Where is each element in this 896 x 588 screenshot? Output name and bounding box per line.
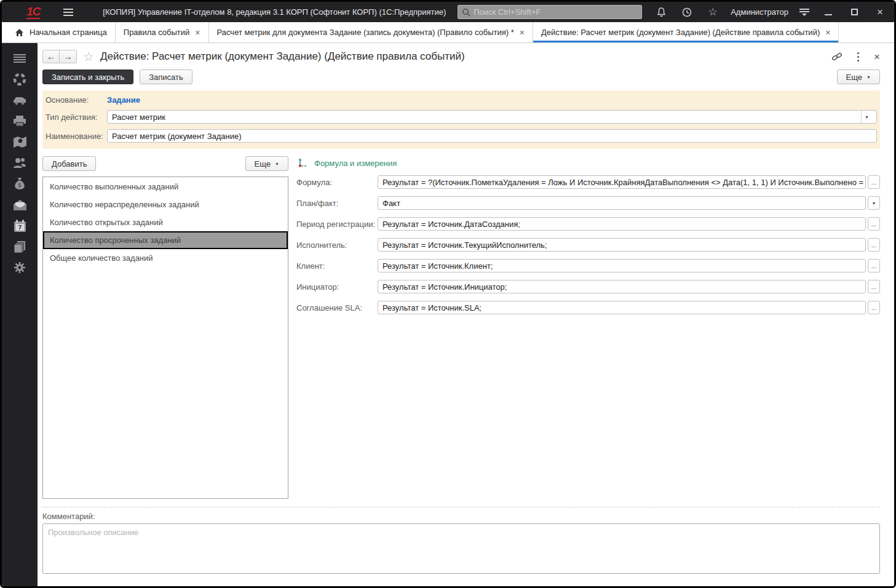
ellipsis-button[interactable]: ... bbox=[868, 238, 880, 252]
main-menu-icon[interactable] bbox=[63, 9, 73, 16]
chevron-down-icon: ▼ bbox=[866, 75, 871, 79]
formula-row-label: Формула: bbox=[296, 178, 378, 187]
save-and-close-button[interactable]: Записать и закрыть bbox=[42, 70, 133, 84]
formula-row-field[interactable]: Факт bbox=[378, 196, 866, 210]
history-icon[interactable] bbox=[680, 6, 694, 19]
action-type-label: Тип действия: bbox=[46, 113, 107, 122]
formula-panel-title: Формула и измерения bbox=[314, 159, 397, 168]
chevron-down-icon: ▼ bbox=[275, 162, 279, 166]
base-link[interactable]: Задание bbox=[107, 95, 140, 105]
printer-icon[interactable] bbox=[12, 114, 27, 128]
page-title: Действие: Расчет метрик (документ Задани… bbox=[100, 50, 465, 63]
formula-row: Период регистрации: Результат = Источник… bbox=[296, 217, 880, 231]
tab[interactable]: Действие: Расчет метрик (документ Задани… bbox=[533, 22, 839, 42]
tab[interactable]: Правила событий × bbox=[116, 22, 209, 42]
metric-list-item[interactable]: Количество выполненных заданий bbox=[43, 178, 288, 196]
formula-row-field[interactable]: Результат = ?(Источник.ПометкаУдаления =… bbox=[378, 175, 866, 189]
formula-row-label: Соглашение SLA: bbox=[296, 303, 378, 312]
more-button[interactable]: Еще▼ bbox=[837, 70, 880, 84]
dropdown-icon[interactable]: ▼ bbox=[861, 111, 872, 123]
metrics-list: Количество выполненных заданий Количеств… bbox=[42, 177, 288, 499]
mail-icon[interactable] bbox=[12, 198, 27, 212]
formula-row: Инициатор: Результат = Источник.Инициато… bbox=[296, 280, 880, 293]
metric-list-item[interactable]: Количество открытых заданий bbox=[43, 213, 288, 231]
tab-label: Правила событий bbox=[124, 28, 190, 37]
app-window: 1С [КОПИЯ] Управление IT-отделом 8, реда… bbox=[0, 0, 896, 588]
tab[interactable]: Начальная страница × bbox=[7, 22, 116, 42]
save-button[interactable]: Записать bbox=[140, 70, 192, 84]
formula-row-field[interactable]: Результат = Источник.ДатаСоздания; bbox=[378, 217, 866, 231]
close-form-icon[interactable]: × bbox=[874, 52, 880, 62]
formula-row-label: Клиент: bbox=[296, 261, 378, 271]
metric-list-item[interactable]: Количество просроченных заданий bbox=[43, 231, 288, 249]
main-content: ← → ☆ Действие: Расчет метрик (документ … bbox=[38, 43, 894, 586]
comment-separator bbox=[42, 507, 880, 507]
back-icon[interactable]: ← bbox=[42, 50, 60, 63]
global-search[interactable] bbox=[458, 5, 642, 19]
kebab-menu-icon[interactable] bbox=[857, 56, 859, 58]
formula-row-field[interactable]: Результат = Источник.SLA; bbox=[378, 301, 866, 314]
1c-logo-icon: 1С bbox=[26, 6, 40, 19]
metric-list-item[interactable]: Количество нераспределенных заданий bbox=[43, 196, 288, 213]
money-icon[interactable]: $ bbox=[12, 177, 27, 191]
window-title: [КОПИЯ] Управление IT-отделом 8, редакци… bbox=[103, 7, 446, 17]
tab-close-icon[interactable]: × bbox=[825, 28, 830, 37]
formula-row-field[interactable]: Результат = Источник.ТекущийИсполнитель; bbox=[378, 238, 866, 252]
favorites-star-icon[interactable]: ☆ bbox=[706, 6, 720, 19]
forward-icon[interactable]: → bbox=[60, 50, 77, 63]
svg-text:7: 7 bbox=[18, 224, 22, 231]
current-user[interactable]: Администратор bbox=[731, 7, 788, 17]
favorite-star-icon[interactable]: ☆ bbox=[83, 49, 94, 64]
formula-row-field[interactable]: Результат = Источник.Инициатор; bbox=[378, 280, 866, 293]
ellipsis-button[interactable]: ... bbox=[868, 301, 880, 314]
users-icon[interactable] bbox=[12, 156, 27, 170]
formula-row-field[interactable]: Результат = Источник.Клиент; bbox=[378, 259, 866, 272]
titlebar: 1С [КОПИЯ] Управление IT-отделом 8, реда… bbox=[2, 2, 894, 22]
calendar-icon[interactable]: 7 bbox=[12, 219, 27, 232]
search-input[interactable] bbox=[474, 7, 638, 17]
close-icon[interactable]: × bbox=[873, 6, 887, 19]
formula-row: Исполнитель: Результат = Источник.Текущи… bbox=[296, 238, 880, 252]
formula-row: Клиент: Результат = Источник.Клиент; ... bbox=[296, 259, 880, 272]
sections-sidebar: $ 7 bbox=[2, 43, 38, 586]
comment-label: Комментарий: bbox=[42, 512, 880, 521]
link-icon[interactable] bbox=[831, 51, 842, 62]
settings-icon[interactable] bbox=[12, 261, 27, 274]
tab-close-icon[interactable]: × bbox=[195, 28, 200, 37]
list-more-button[interactable]: Еще▼ bbox=[245, 156, 288, 171]
delivery-icon[interactable] bbox=[12, 93, 27, 107]
metric-list-item[interactable]: Общее количество заданий bbox=[43, 249, 288, 267]
formula-row: План/факт: Факт ▼ bbox=[296, 196, 880, 210]
formula-rows: Формула: Результат = ?(Источник.ПометкаУ… bbox=[296, 175, 880, 314]
action-type-field[interactable]: Расчет метрик ▼ bbox=[107, 110, 877, 124]
name-label: Наименование: bbox=[46, 132, 107, 141]
service-menu-icon[interactable] bbox=[799, 9, 809, 16]
tab-label: Начальная страница bbox=[30, 28, 107, 37]
svg-text:$: $ bbox=[18, 182, 21, 188]
ellipsis-button[interactable]: ... bbox=[868, 217, 880, 231]
add-button[interactable]: Добавить bbox=[42, 156, 96, 171]
name-field[interactable]: Расчет метрик (документ Задание) bbox=[107, 129, 877, 143]
tab-close-icon[interactable]: × bbox=[520, 28, 525, 37]
tab[interactable]: Расчет метрик для документа Задание (зап… bbox=[209, 22, 533, 42]
ellipsis-button[interactable]: ... bbox=[868, 280, 880, 293]
ellipsis-button[interactable]: ▼ bbox=[868, 196, 880, 210]
helpdesk-icon[interactable] bbox=[12, 73, 27, 86]
maximize-icon[interactable] bbox=[847, 6, 861, 19]
ellipsis-button[interactable]: ... bbox=[868, 259, 880, 272]
formula-row: Соглашение SLA: Результат = Источник.SLA… bbox=[296, 301, 880, 314]
map-icon[interactable] bbox=[12, 135, 27, 149]
base-form: Основание: Задание Тип действия: Расчет … bbox=[42, 90, 880, 149]
formula-row-label: Период регистрации: bbox=[296, 220, 378, 229]
formula-row-label: Инициатор: bbox=[296, 282, 378, 292]
tab-label: Расчет метрик для документа Задание (зап… bbox=[217, 28, 514, 37]
ellipsis-button[interactable]: ... bbox=[868, 175, 880, 189]
search-icon bbox=[462, 8, 470, 17]
documents-icon[interactable] bbox=[12, 240, 27, 253]
comment-field[interactable]: Произвольное описание bbox=[42, 523, 880, 574]
axis-icon bbox=[298, 158, 307, 168]
menu-lines-icon[interactable] bbox=[12, 52, 27, 65]
base-label: Основание: bbox=[46, 95, 107, 105]
minimize-icon[interactable] bbox=[822, 6, 835, 19]
bell-icon[interactable] bbox=[654, 6, 668, 19]
